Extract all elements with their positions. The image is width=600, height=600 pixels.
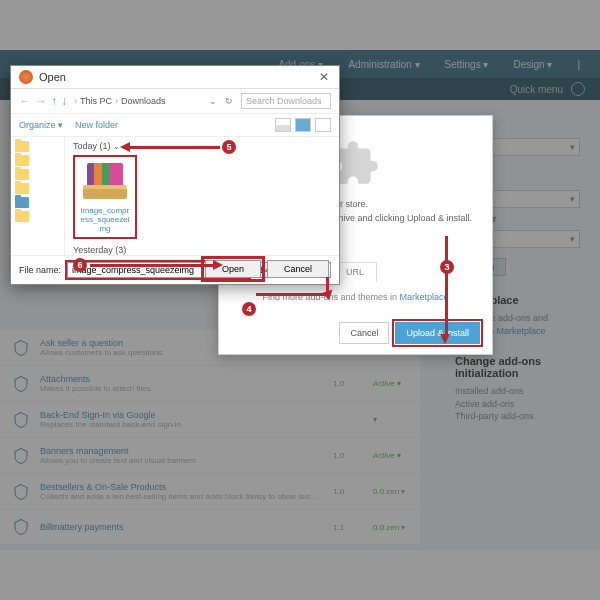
folder-icon[interactable] [15,141,29,152]
modal-cancel-button[interactable]: Cancel [339,322,389,344]
up-icon[interactable]: ↑ [51,94,57,108]
file-item-selected[interactable]: image_compress_squeezeimg [73,155,137,239]
group-yesterday[interactable]: Yesterday (3) [73,245,331,255]
dialog-file-area: Today (1) image_compress_squeezeimg Yest… [65,137,339,255]
view-icon[interactable] [275,118,291,132]
search-input[interactable]: Search Downloads [241,93,331,109]
cancel-button[interactable]: Cancel [267,260,329,278]
down-icon[interactable]: ↓ [61,94,67,108]
dialog-sidebar [11,137,65,255]
annotation-badge-5: 5 [222,140,236,154]
file-label: image_compress_squeezeimg [79,207,131,233]
annotation-badge-3: 3 [440,260,454,274]
folder-icon[interactable] [15,183,29,194]
filename-label: File name: [19,265,61,275]
marketplace-link[interactable]: Marketplace [400,292,449,302]
winrar-icon [84,163,126,205]
help-icon[interactable] [315,118,331,132]
chevron-down-icon[interactable]: ⌄ [209,96,217,106]
chrome-icon [19,70,33,84]
refresh-icon[interactable]: ↻ [225,96,233,106]
dialog-title: Open [39,71,317,83]
close-icon[interactable]: ✕ [317,70,331,84]
folder-icon[interactable] [15,211,29,222]
folder-icon[interactable] [15,197,29,208]
file-open-dialog: Open ✕ ← → ↑ ↓ ›This PC›Downloads ⌄ ↻ Se… [10,65,340,285]
organize-menu[interactable]: Organize ▾ [19,120,63,130]
view-icon[interactable] [295,118,311,132]
new-folder-button[interactable]: New folder [75,120,118,130]
folder-icon[interactable] [15,169,29,180]
dialog-nav: ← → ↑ ↓ ›This PC›Downloads ⌄ ↻ Search Do… [11,89,339,114]
upload-install-button[interactable]: Upload & install [395,322,480,344]
breadcrumb[interactable]: ›This PC›Downloads [71,96,205,106]
dialog-toolbar: Organize ▾ New folder [11,114,339,137]
fwd-icon[interactable]: → [35,94,47,108]
back-icon[interactable]: ← [19,94,31,108]
annotation-badge-4: 4 [242,302,256,316]
folder-icon[interactable] [15,155,29,166]
annotation-badge-6: 6 [73,258,87,272]
dialog-titlebar: Open ✕ [11,66,339,89]
